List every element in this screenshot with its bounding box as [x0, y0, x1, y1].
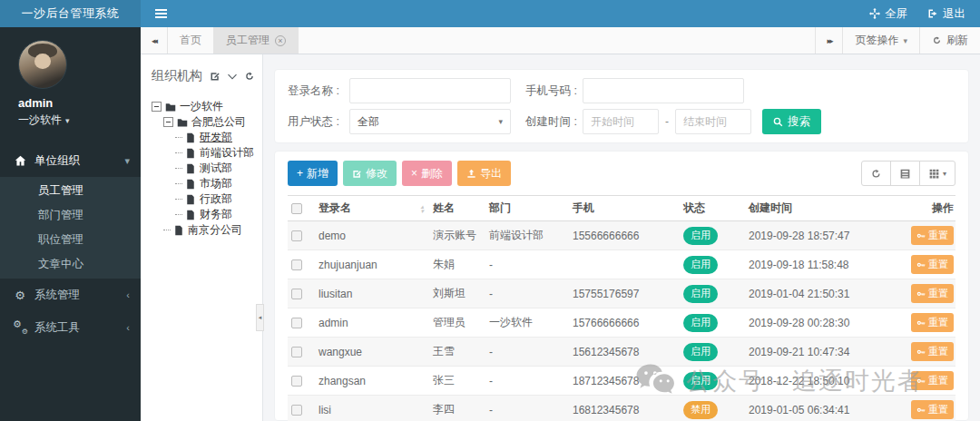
tree-expander-icon[interactable] — [152, 102, 162, 112]
export-button[interactable]: 导出 — [457, 161, 511, 186]
row-checkbox[interactable] — [291, 347, 302, 357]
reset-password-button[interactable]: 重置 — [911, 371, 954, 390]
cell-status: 启用 — [680, 250, 745, 279]
tree-node-财务部[interactable]: 财务部 — [152, 207, 255, 222]
tree-node-行政部[interactable]: 行政部 — [152, 191, 255, 207]
tree-node-label: 市场部 — [200, 176, 232, 191]
delete-button[interactable]: ×删除 — [402, 161, 452, 186]
row-checkbox[interactable] — [291, 259, 302, 270]
tree-node-合肥总公司[interactable]: 合肥总公司 — [152, 114, 255, 130]
tree-collapse-handle[interactable]: ◂ — [256, 304, 264, 331]
tabs-scroll-left-button[interactable]: ◂◂ — [141, 27, 168, 54]
reset-password-button[interactable]: 重置 — [911, 400, 954, 419]
table-panel: +新增 修改 ×删除 导出 ▾ — [274, 151, 969, 421]
table-refresh-button[interactable] — [861, 161, 891, 186]
tree-node-市场部[interactable]: 市场部 — [152, 176, 255, 191]
search-button-label: 搜索 — [788, 114, 810, 130]
edit-icon[interactable] — [210, 71, 220, 82]
tree-connector — [175, 137, 182, 138]
user-company-dropdown[interactable]: 一沙软件 ▾ — [18, 113, 141, 128]
reset-password-button[interactable]: 重置 — [911, 313, 954, 332]
start-time-input[interactable] — [583, 109, 659, 134]
reset-password-button[interactable]: 重置 — [911, 226, 954, 245]
row-checkbox[interactable] — [291, 405, 302, 416]
tree-connector — [175, 183, 182, 184]
tree-node-前端设计部[interactable]: 前端设计部 — [152, 145, 255, 161]
row-checkbox-cell — [288, 250, 315, 279]
org-tree: 一沙软件合肥总公司研发部前端设计部测试部市场部行政部财务部南京分公司 — [152, 99, 255, 238]
tree-node-label: 行政部 — [200, 191, 232, 207]
user-company: 一沙软件 — [18, 113, 62, 128]
login-name-input[interactable] — [349, 78, 511, 103]
double-arrow-left-icon: ◂◂ — [152, 36, 156, 45]
tab-bar: ◂◂ 首页员工管理 ▸▸ 页签操作 ▾ 刷新 — [141, 27, 980, 54]
reset-button-label: 重置 — [928, 345, 948, 358]
end-time-input[interactable] — [675, 109, 751, 134]
row-checkbox[interactable] — [291, 376, 302, 387]
tab-close-icon[interactable] — [275, 35, 286, 46]
sidebar-item-system-admin[interactable]: ⚙ 系统管理 ‹ — [0, 279, 141, 311]
column-header-label: 姓名 — [433, 201, 455, 216]
cell-login: admin — [315, 308, 429, 338]
tabs-scroll-right-button[interactable]: ▸▸ — [815, 27, 842, 54]
file-icon — [173, 225, 188, 236]
columns-dropdown-button[interactable]: ▾ — [919, 161, 956, 186]
reset-button-label: 重置 — [928, 403, 948, 416]
row-checkbox[interactable] — [291, 289, 302, 299]
navbar: 全屏 退出 — [141, 0, 980, 27]
tab-label: 员工管理 — [226, 33, 270, 48]
export-button-label: 导出 — [480, 166, 502, 181]
sidebar-subitem-文章中心[interactable]: 文章中心 — [0, 252, 141, 277]
edit-button[interactable]: 修改 — [343, 161, 397, 186]
sidebar-subitem-部门管理[interactable]: 部门管理 — [0, 203, 141, 228]
table-row: liusitan刘斯坦-15755176597启用2019-01-04 21:5… — [288, 279, 956, 308]
tab-员工管理[interactable]: 员工管理 — [214, 27, 299, 54]
created-time-label: 创建时间 : — [525, 114, 577, 130]
tree-node-一沙软件[interactable]: 一沙软件 — [152, 99, 255, 114]
tree-node-南京分公司[interactable]: 南京分公司 — [152, 222, 255, 238]
select-all-checkbox[interactable] — [291, 203, 302, 214]
column-header-登录名[interactable]: 登录名▴▾ — [315, 196, 429, 221]
table-row: admin管理员一沙软件15766666666启用2019-09-28 00:2… — [288, 308, 956, 338]
cell-actions: 重置 — [906, 396, 956, 421]
cell-status: 启用 — [680, 308, 745, 338]
sidebar-item-system-tools[interactable]: ⚙⚙ 系统工具 ‹ — [0, 311, 141, 344]
tree-node-测试部[interactable]: 测试部 — [152, 161, 255, 176]
tab-首页[interactable]: 首页 — [168, 27, 214, 54]
table-row: zhujuanjuan朱娟-启用2019-09-18 11:58:48重置 — [288, 250, 956, 279]
status-badge: 启用 — [683, 285, 718, 303]
chevron-down-icon[interactable] — [227, 71, 238, 82]
tab-operations-dropdown[interactable]: 页签操作 ▾ — [842, 27, 919, 54]
row-checkbox[interactable] — [291, 230, 302, 241]
tab-refresh-button[interactable]: 刷新 — [919, 27, 980, 54]
tree-connector — [163, 230, 171, 230]
tab-refresh-label: 刷新 — [946, 33, 968, 48]
column-header-label: 登录名 — [318, 201, 351, 216]
row-checkbox-cell — [288, 396, 315, 421]
reset-password-button[interactable]: 重置 — [911, 284, 954, 303]
tree-expander-icon[interactable] — [163, 117, 173, 127]
cell-status: 启用 — [680, 221, 745, 250]
sidebar-subitem-员工管理[interactable]: 员工管理 — [0, 179, 141, 203]
tree-node-研发部[interactable]: 研发部 — [152, 130, 255, 145]
sidebar-toggle-button[interactable] — [141, 0, 181, 27]
sort-icon[interactable]: ▴▾ — [420, 204, 424, 213]
reset-button-label: 重置 — [928, 287, 948, 300]
logout-button[interactable]: 退出 — [927, 6, 965, 22]
sidebar-item-unit-org[interactable]: 单位组织 ▾ — [0, 144, 141, 177]
status-badge: 启用 — [683, 343, 718, 361]
phone-input[interactable] — [583, 78, 744, 103]
toggle-view-button[interactable] — [890, 161, 920, 186]
reset-password-button[interactable]: 重置 — [911, 342, 954, 361]
sidebar-subitem-职位管理[interactable]: 职位管理 — [0, 228, 141, 252]
add-button[interactable]: +新增 — [288, 161, 338, 186]
tree-connector — [175, 214, 182, 215]
user-avatar[interactable] — [18, 40, 67, 89]
row-checkbox[interactable] — [291, 318, 302, 328]
reset-password-button[interactable]: 重置 — [911, 255, 954, 274]
search-button[interactable]: 搜索 — [762, 109, 821, 134]
refresh-icon[interactable] — [244, 71, 255, 82]
user-status-select[interactable]: 全部 ▾ — [349, 109, 511, 134]
column-header-状态: 状态 — [680, 196, 745, 221]
fullscreen-button[interactable]: 全屏 — [869, 6, 907, 22]
